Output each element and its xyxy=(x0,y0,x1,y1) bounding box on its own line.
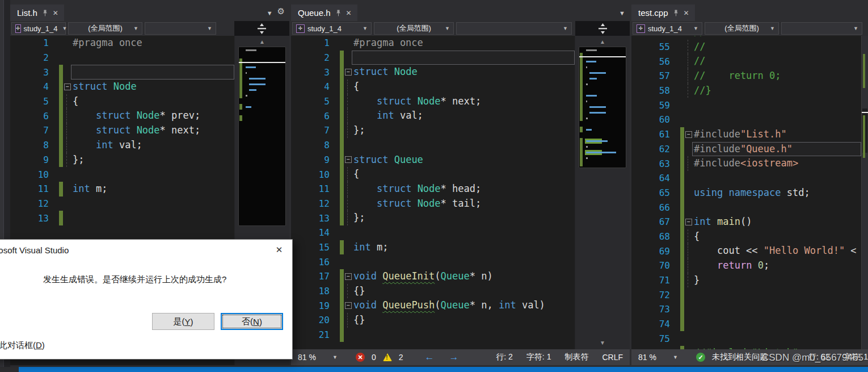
yes-button[interactable]: 是(Y) xyxy=(152,313,214,330)
vertical-scrollbar[interactable] xyxy=(861,36,868,349)
code-line[interactable]: 10{ xyxy=(291,167,575,182)
code-area[interactable]: 54// std::cout << "hello" <<55//56//57//… xyxy=(631,36,861,349)
member-dropdown[interactable]: ▼ xyxy=(145,22,216,35)
code-line[interactable]: 57// return 0; xyxy=(631,69,861,83)
code-line[interactable]: 61−#include"List.h" xyxy=(631,127,861,142)
code-text[interactable] xyxy=(692,287,861,302)
code-text[interactable]: struct Node* tail; xyxy=(352,197,575,211)
scope-dropdown[interactable]: (全局范围) ▼ xyxy=(374,22,454,35)
code-text[interactable] xyxy=(692,317,861,332)
collapse-icon[interactable]: − xyxy=(64,83,71,90)
code-text[interactable]: }; xyxy=(71,153,234,168)
zoom-selector[interactable]: 81 % ▼ xyxy=(635,351,681,363)
code-text[interactable]: struct Node* next; xyxy=(352,94,575,109)
collapse-icon[interactable]: − xyxy=(345,273,352,280)
code-text[interactable] xyxy=(352,138,575,153)
code-text[interactable]: #include"List.h" xyxy=(692,127,861,142)
error-count[interactable]: 0 xyxy=(372,353,376,362)
code-line[interactable]: 9}; xyxy=(10,153,234,168)
collapse-icon[interactable]: − xyxy=(345,69,352,76)
code-line[interactable]: 13 xyxy=(10,211,234,225)
minimap[interactable] xyxy=(579,47,626,168)
code-line[interactable]: 67−int main() xyxy=(631,215,861,229)
fold-margin[interactable]: − xyxy=(685,219,692,225)
member-dropdown[interactable]: ▼ xyxy=(781,22,862,35)
member-dropdown[interactable]: ▼ xyxy=(456,22,572,35)
code-text[interactable] xyxy=(692,98,861,112)
collapse-icon[interactable]: − xyxy=(345,302,352,309)
code-line[interactable]: 65using namespace std; xyxy=(631,186,861,200)
split-editor-button[interactable] xyxy=(575,21,630,36)
code-text[interactable] xyxy=(352,254,575,269)
code-text[interactable] xyxy=(71,197,234,211)
code-text[interactable]: return 0; xyxy=(692,258,861,273)
code-text[interactable]: struct Node xyxy=(71,80,234,94)
code-line[interactable]: 6 int val; xyxy=(291,108,575,123)
no-button[interactable]: 否(N) xyxy=(221,313,283,330)
scroll-up-icon[interactable]: ▲ xyxy=(235,36,289,45)
close-icon[interactable]: ✕ xyxy=(266,240,292,260)
code-text[interactable] xyxy=(352,328,575,342)
code-line[interactable]: 56// xyxy=(631,54,861,69)
gear-icon[interactable]: ⚙ xyxy=(277,6,285,16)
warning-icon[interactable] xyxy=(383,353,392,361)
minimap[interactable] xyxy=(238,47,286,226)
code-line[interactable]: 3 xyxy=(10,65,234,80)
code-text[interactable]: { xyxy=(692,229,861,244)
collapse-icon[interactable]: − xyxy=(685,131,692,138)
close-icon[interactable]: ✕ xyxy=(346,10,352,16)
code-text[interactable]: int m; xyxy=(352,240,575,255)
tab-list-h[interactable]: List.h ✕ xyxy=(10,5,64,21)
code-line[interactable]: 75 xyxy=(631,331,861,346)
code-text[interactable]: #pragma once xyxy=(71,36,234,51)
forward-arrow-icon[interactable]: → xyxy=(449,352,459,363)
code-text[interactable]: #include<iostream> xyxy=(692,156,861,171)
scope-dropdown[interactable]: (全局范围) ▼ xyxy=(68,22,142,35)
pin-icon[interactable] xyxy=(335,10,342,16)
code-line[interactable]: 10 xyxy=(10,167,234,182)
code-text[interactable]: // xyxy=(692,54,861,69)
code-line[interactable]: 5{ xyxy=(10,94,234,109)
code-line[interactable]: 15int m; xyxy=(291,240,575,255)
code-text[interactable]: void QueuePush(Queue* n, int val) xyxy=(352,298,575,313)
code-line[interactable]: 8 int val; xyxy=(10,138,234,153)
code-line[interactable]: 16 xyxy=(291,254,575,269)
minimap-column[interactable]: ▲ ▼ xyxy=(575,36,630,349)
code-line[interactable]: 60 xyxy=(631,112,861,127)
code-line[interactable]: 63#include<iostream> xyxy=(631,156,861,171)
code-text[interactable]: struct Node xyxy=(352,65,575,80)
code-text[interactable]: int m; xyxy=(71,182,234,197)
code-text[interactable]: struct Node* prev; xyxy=(71,108,234,123)
split-editor-button[interactable] xyxy=(234,21,289,36)
code-line[interactable]: 1#pragma once xyxy=(291,36,575,51)
code-line[interactable]: 59 xyxy=(631,98,861,112)
code-text[interactable] xyxy=(692,302,861,317)
code-line[interactable]: 17−void QueueInit(Queue* n) xyxy=(291,269,575,284)
code-line[interactable]: 21 xyxy=(291,328,575,342)
code-line[interactable]: 55// xyxy=(631,40,861,55)
code-line[interactable]: 69 cout << "Hello World!" < xyxy=(631,244,861,258)
dont-show-again-checkbox[interactable]: 不再显示此对话框(D) xyxy=(0,340,45,351)
code-text[interactable] xyxy=(71,65,234,80)
code-line[interactable]: 58//} xyxy=(631,83,861,98)
code-text[interactable]: struct Node* head; xyxy=(352,182,575,197)
code-text[interactable] xyxy=(71,211,234,225)
code-line[interactable]: 71} xyxy=(631,273,861,288)
fold-margin[interactable]: − xyxy=(344,302,352,309)
scroll-down-icon[interactable]: ▼ xyxy=(575,340,630,346)
code-line[interactable]: 11int m; xyxy=(10,182,234,197)
pin-icon[interactable] xyxy=(42,10,48,16)
back-arrow-icon[interactable]: ← xyxy=(425,352,435,363)
code-line[interactable]: 73 xyxy=(631,302,861,317)
code-text[interactable]: int main() xyxy=(692,215,861,229)
code-text[interactable]: cout << "Hello World!" < xyxy=(692,244,861,258)
fold-margin[interactable]: − xyxy=(344,273,352,280)
code-line[interactable]: 70 return 0; xyxy=(631,258,861,273)
code-text[interactable]: void QueueInit(Queue* n) xyxy=(352,269,575,284)
code-line[interactable]: 6 struct Node* prev; xyxy=(10,108,234,123)
code-text[interactable]: // std::cout << "hello" << xyxy=(692,36,861,40)
code-text[interactable]: // return 0; xyxy=(692,69,861,83)
code-line[interactable]: 66 xyxy=(631,200,861,215)
code-text[interactable] xyxy=(352,225,575,240)
code-line[interactable]: 62#include"Queue.h" xyxy=(631,142,861,157)
